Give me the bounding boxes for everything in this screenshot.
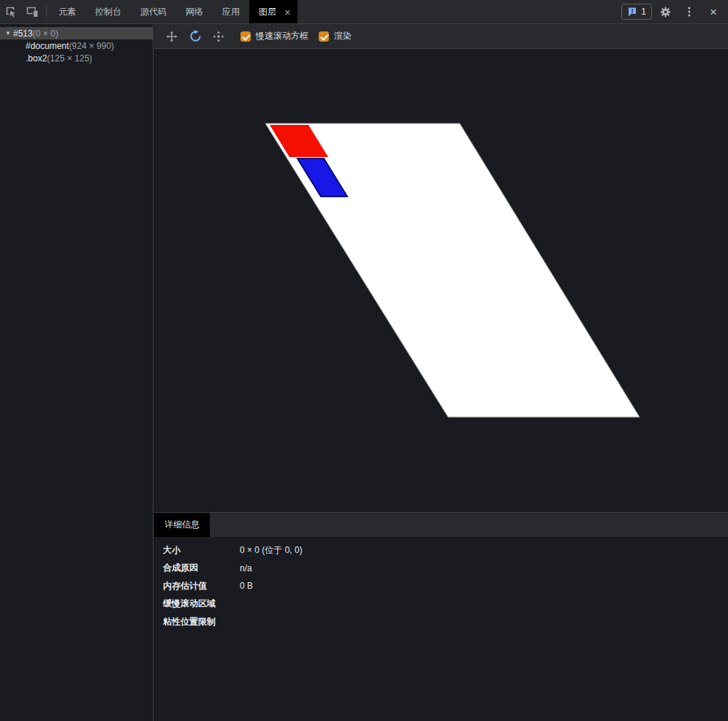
slow-scroll-rects-label: 慢速滚动方框 bbox=[256, 30, 308, 42]
tab-close-icon[interactable]: × bbox=[281, 6, 294, 18]
paints-label: 渲染 bbox=[334, 30, 352, 42]
tab-details[interactable]: 详细信息 bbox=[154, 513, 210, 537]
gear-icon bbox=[659, 6, 672, 18]
detail-row-memory-estimate: 内存估计值 0 B bbox=[163, 577, 719, 595]
tab-layers[interactable]: 图层 × bbox=[249, 0, 297, 23]
detail-value: 0 B bbox=[240, 581, 253, 591]
settings-button[interactable] bbox=[654, 1, 676, 22]
toolbar-right-controls: 1 × bbox=[621, 1, 728, 22]
layer-name: #513 bbox=[13, 28, 33, 39]
slow-scroll-rects-checkbox[interactable]: 慢速滚动方框 bbox=[240, 30, 308, 42]
issues-button[interactable]: 1 bbox=[621, 4, 652, 20]
rotate-mode-button[interactable] bbox=[183, 26, 207, 47]
details-content: 大小 0 × 0 (位于 0, 0) 合成原因 n/a 内存估计值 0 B 缓慢… bbox=[154, 537, 728, 721]
tab-elements[interactable]: 元素 bbox=[49, 0, 86, 23]
layer-name: .box2 bbox=[26, 53, 47, 64]
layer-size: (125 × 125) bbox=[47, 53, 92, 64]
tab-sources[interactable]: 源代码 bbox=[131, 0, 176, 23]
pan-mode-button[interactable] bbox=[160, 26, 183, 47]
layer-size: (0 × 0) bbox=[33, 28, 58, 39]
tree-row-513[interactable]: ▼ #513 (0 × 0) bbox=[0, 27, 153, 39]
detail-row-compositing-reason: 合成原因 n/a bbox=[163, 560, 719, 578]
tab-application[interactable]: 应用 bbox=[213, 0, 249, 23]
details-tabbar: 详细信息 bbox=[154, 512, 728, 537]
tab-console[interactable]: 控制台 bbox=[86, 0, 131, 23]
tab-layers-label: 图层 bbox=[259, 6, 276, 18]
layers-tree-sidebar: ▼ #513 (0 × 0) #document (924 × 990) .bo… bbox=[0, 24, 153, 721]
more-options-button[interactable] bbox=[678, 1, 700, 22]
detail-label: 合成原因 bbox=[163, 562, 240, 574]
three-dots-icon bbox=[683, 6, 695, 18]
tab-network[interactable]: 网络 bbox=[176, 0, 213, 23]
close-icon: × bbox=[710, 6, 717, 18]
inspect-cursor-icon bbox=[4, 5, 18, 18]
detail-label: 大小 bbox=[163, 544, 240, 557]
tree-row-box2[interactable]: .box2 (125 × 125) bbox=[0, 52, 153, 64]
detail-label: 内存估计值 bbox=[163, 580, 240, 592]
layer-name: #document bbox=[26, 41, 69, 51]
device-toolbar-icon bbox=[26, 5, 39, 18]
layers-view-toolbar: 慢速滚动方框 渲染 bbox=[154, 24, 728, 49]
move-mode-button[interactable] bbox=[207, 26, 230, 47]
detail-label: 缓慢滚动区域 bbox=[163, 598, 240, 610]
layers-panel: 慢速滚动方框 渲染 详细信息 大小 0 × 0 (位于 0, 0) 合成原因 n… bbox=[154, 24, 728, 721]
detail-label: 粘性位置限制 bbox=[163, 616, 240, 628]
detail-value: n/a bbox=[240, 563, 252, 573]
checkbox-icon bbox=[319, 31, 329, 42]
detail-row-size: 大小 0 × 0 (位于 0, 0) bbox=[163, 541, 719, 560]
detail-row-sticky-position-constraint: 粘性位置限制 bbox=[163, 613, 719, 631]
issues-count: 1 bbox=[641, 7, 646, 17]
checkbox-icon bbox=[240, 31, 251, 42]
layer-size: (924 × 990) bbox=[69, 41, 114, 51]
close-devtools-button[interactable]: × bbox=[702, 1, 724, 22]
panel-tabs: 元素 控制台 源代码 网络 应用 图层 × bbox=[49, 0, 297, 23]
toolbar-separator bbox=[46, 5, 47, 18]
pan-icon bbox=[166, 31, 178, 42]
detail-row-slow-scroll-region: 缓慢滚动区域 bbox=[163, 595, 719, 614]
detail-value: 0 × 0 (位于 0, 0) bbox=[240, 544, 303, 557]
tree-row-document[interactable]: #document (924 × 990) bbox=[0, 39, 153, 52]
paints-checkbox[interactable]: 渲染 bbox=[319, 30, 352, 42]
layers-3d-canvas[interactable] bbox=[154, 49, 728, 512]
expander-arrow-icon[interactable]: ▼ bbox=[3, 30, 13, 37]
device-toolbar-button[interactable] bbox=[22, 1, 44, 22]
issues-flag-icon bbox=[627, 7, 637, 17]
move-icon bbox=[213, 31, 224, 42]
devtools-toolbar: 元素 控制台 源代码 网络 应用 图层 × 1 bbox=[0, 0, 728, 24]
inspect-element-button[interactable] bbox=[0, 1, 22, 22]
layers-canvas-svg bbox=[154, 49, 728, 512]
rotate-3d-icon bbox=[189, 29, 202, 43]
